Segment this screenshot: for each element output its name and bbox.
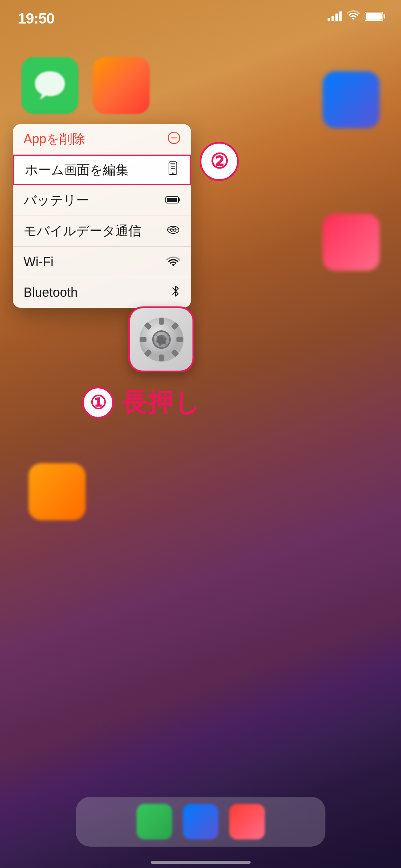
step-1-badge: ① — [82, 387, 114, 419]
menu-item-battery[interactable]: バッテリー — [13, 185, 191, 216]
step-2-badge: ② — [200, 142, 239, 181]
dock-icon-1 — [137, 804, 172, 839]
battery-fill — [366, 13, 382, 20]
menu-item-delete-app[interactable]: Appを削除 — [13, 124, 191, 155]
bg-pink-icon — [323, 214, 380, 271]
svg-rect-17 — [159, 355, 164, 361]
step-2-label: ② — [210, 149, 228, 174]
signal-bar-4 — [339, 11, 342, 21]
menu-item-bluetooth[interactable]: Bluetooth — [13, 277, 191, 308]
mobile-data-label: モバイルデータ通信 — [24, 222, 141, 240]
phone-remote-icon — [167, 161, 179, 179]
wifi-icon-menu — [166, 255, 180, 269]
signal-bar-1 — [328, 18, 330, 21]
menu-item-wifi[interactable]: Wi-Fi — [13, 247, 191, 277]
menu-item-mobile-data[interactable]: モバイルデータ通信 — [13, 216, 191, 247]
bg-orange-icon — [29, 463, 86, 520]
menu-item-edit-home[interactable]: ホーム画面を編集 — [13, 155, 191, 185]
dock-icon-2 — [183, 804, 219, 839]
step-1-label: ① — [90, 392, 107, 413]
long-press-label: 長押し — [121, 386, 201, 420]
svg-rect-16 — [159, 318, 164, 325]
delete-app-label: Appを削除 — [24, 130, 85, 148]
bg-messages-icon — [21, 57, 78, 114]
status-time: 19:50 — [18, 10, 54, 27]
dock-icon-3 — [229, 804, 265, 839]
battery-label: バッテリー — [24, 192, 89, 209]
svg-rect-10 — [167, 198, 177, 202]
wifi-status-icon — [347, 10, 360, 22]
home-indicator — [151, 861, 251, 864]
svg-rect-18 — [140, 337, 146, 342]
status-right-icons — [328, 10, 383, 22]
status-bar: 19:50 — [0, 0, 401, 36]
battery-icon — [165, 194, 180, 207]
signal-bar-2 — [331, 16, 334, 21]
settings-icon-bg — [130, 308, 192, 371]
context-menu: Appを削除 ホーム画面を編集 バッテリー — [13, 124, 191, 308]
settings-app-icon[interactable] — [128, 306, 194, 372]
annotation-container: ① 長押し — [82, 386, 201, 420]
svg-point-4 — [172, 172, 174, 174]
battery-status-icon — [365, 12, 383, 21]
dock — [76, 797, 325, 847]
signal-bar-3 — [335, 14, 338, 21]
wifi-label: Wi-Fi — [24, 254, 53, 269]
signal-icon — [328, 11, 342, 21]
svg-rect-19 — [176, 337, 183, 342]
edit-home-label: ホーム画面を編集 — [25, 161, 129, 179]
bg-blue-icon — [323, 71, 380, 128]
bluetooth-label: Bluetooth — [24, 285, 78, 300]
minus-circle-icon — [168, 131, 180, 147]
svg-rect-3 — [170, 163, 175, 164]
bg-photos-icon — [93, 57, 150, 114]
svg-rect-9 — [179, 198, 180, 201]
gear-svg — [138, 316, 185, 363]
bluetooth-icon — [170, 284, 180, 301]
signal-icon-menu — [166, 223, 180, 239]
